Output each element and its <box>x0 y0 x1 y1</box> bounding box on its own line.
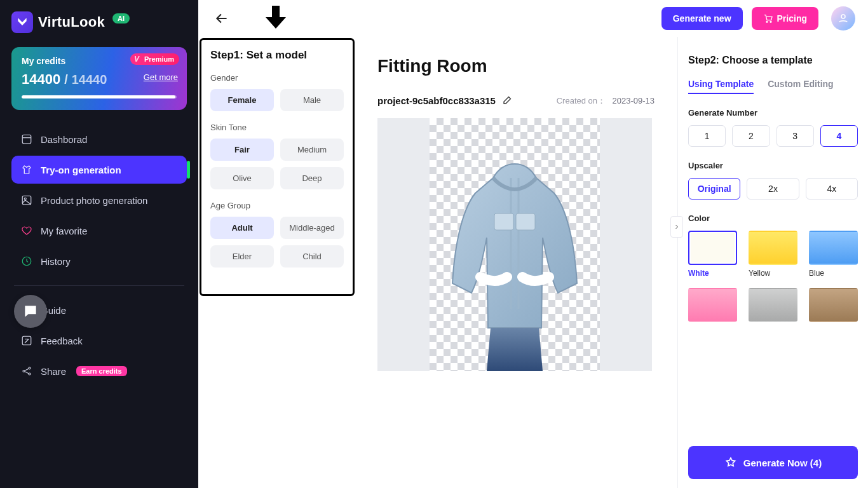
skintone-option-deep[interactable]: Deep <box>280 167 344 189</box>
color-pink[interactable] <box>688 288 737 326</box>
agegroup-option-middleaged[interactable]: Middle-aged <box>280 217 344 239</box>
sidebar-item-label: Product photo generation <box>41 195 147 206</box>
upscaler-4x[interactable]: 4x <box>806 178 858 200</box>
canvas-area: Fitting Room project-9c5abf0cc833a315 Cr… <box>355 37 677 488</box>
product-preview <box>430 118 600 371</box>
color-swatch <box>688 288 737 322</box>
sidebar-item-label: Dashborad <box>41 134 87 145</box>
sidebar-item-dashboard[interactable]: Dashborad <box>11 125 187 153</box>
step1-panel: Step1: Set a model Gender Female Male Sk… <box>200 38 355 296</box>
upscaler-2x[interactable]: 2x <box>747 178 799 200</box>
created-label: Created on： <box>557 96 606 105</box>
ai-badge: AI <box>112 13 130 24</box>
color-blue[interactable]: Blue <box>809 231 858 278</box>
gender-option-male[interactable]: Male <box>280 89 344 111</box>
created-date: 2023-09-13 <box>613 96 655 105</box>
tab-custom-editing[interactable]: Custom Editing <box>768 79 833 94</box>
color-swatch <box>688 231 737 265</box>
step2-title: Step2: Choose a template <box>688 55 858 66</box>
project-row: project-9c5abf0cc833a315 Created on： 202… <box>377 94 654 107</box>
generate-now-label: Generate Now (4) <box>743 458 822 468</box>
gender-option-female[interactable]: Female <box>210 89 274 111</box>
brand-name: VirtuLook <box>38 14 105 30</box>
svg-point-7 <box>29 367 31 369</box>
collapse-handle[interactable] <box>670 216 683 238</box>
pricing-label: Pricing <box>777 13 807 24</box>
upscaler-original[interactable]: Original <box>688 178 740 200</box>
dashboard-icon <box>20 133 33 146</box>
down-arrow-icon <box>261 2 291 35</box>
step2-panel: Step2: Choose a template Using Template … <box>677 37 868 488</box>
generate-number-options: 1 2 3 4 <box>688 125 858 147</box>
upscaler-label: Upscaler <box>688 161 858 170</box>
topbar: Generate new Pricing <box>198 0 868 37</box>
svg-rect-0 <box>22 135 31 144</box>
color-label: Color <box>688 214 858 223</box>
skintone-option-olive[interactable]: Olive <box>210 167 274 189</box>
brand: VirtuLook AI <box>11 11 187 33</box>
generate-new-label: Generate new <box>673 13 731 24</box>
sidebar-item-label: Share <box>41 366 66 377</box>
color-yellow[interactable]: Yellow <box>749 231 797 278</box>
sidebar-item-product[interactable]: Product photo generation <box>11 186 187 214</box>
nav-divider <box>14 285 184 286</box>
step2-tabs: Using Template Custom Editing <box>688 79 858 94</box>
sidebar: VirtuLook AI My credits Premium 14400 / … <box>0 0 198 488</box>
color-swatch <box>749 288 797 322</box>
canvas[interactable] <box>377 118 652 371</box>
color-swatch <box>809 288 858 322</box>
avatar[interactable] <box>831 6 855 30</box>
agegroup-options: Adult Middle-aged Elder Child <box>210 217 344 268</box>
shirt-icon <box>20 163 33 176</box>
svg-rect-12 <box>494 214 513 230</box>
skintone-label: Skin Tone <box>210 123 344 132</box>
pricing-button[interactable]: Pricing <box>752 7 818 30</box>
svg-point-2 <box>24 198 26 200</box>
sidebar-item-label: History <box>41 256 71 267</box>
sidebar-item-history[interactable]: History <box>11 247 187 275</box>
skintone-option-fair[interactable]: Fair <box>210 139 274 161</box>
get-more-link[interactable]: Get more <box>144 72 178 82</box>
svg-point-8 <box>29 373 31 375</box>
sidebar-item-favorite[interactable]: My favorite <box>11 217 187 245</box>
main: Generate new Pricing Step1: Set a model … <box>198 0 868 488</box>
color-brown[interactable] <box>809 288 858 326</box>
step1-title: Step1: Set a model <box>210 49 344 62</box>
gender-options: Female Male <box>210 89 344 111</box>
color-name: Blue <box>809 269 858 278</box>
sidebar-item-label: Feedback <box>41 336 83 346</box>
earn-credits-badge: Earn credits <box>76 366 127 376</box>
edit-icon[interactable] <box>502 94 515 107</box>
color-gray[interactable] <box>749 288 797 326</box>
generate-new-button[interactable]: Generate new <box>661 7 743 30</box>
generate-now-button[interactable]: Generate Now (4) <box>688 446 858 479</box>
created-info: Created on： 2023-09-13 <box>557 95 654 107</box>
agegroup-option-elder[interactable]: Elder <box>210 245 274 268</box>
brand-logo-icon <box>11 11 33 33</box>
color-name: Yellow <box>749 269 797 278</box>
sidebar-item-tryon[interactable]: Try-on generation <box>11 156 187 184</box>
color-white[interactable]: White <box>688 231 737 278</box>
sidebar-item-feedback[interactable]: Feedback <box>11 327 187 355</box>
agegroup-option-adult[interactable]: Adult <box>210 217 274 239</box>
project-name: project-9c5abf0cc833a315 <box>377 95 496 106</box>
feedback-icon <box>20 334 33 347</box>
credits-progress <box>22 95 177 98</box>
svg-point-10 <box>770 21 771 22</box>
gen-num-2[interactable]: 2 <box>732 125 770 147</box>
gen-num-1[interactable]: 1 <box>688 125 726 147</box>
gen-num-3[interactable]: 3 <box>776 125 814 147</box>
premium-badge[interactable]: Premium <box>130 53 179 65</box>
agegroup-option-child[interactable]: Child <box>280 245 344 268</box>
image-icon <box>20 194 33 207</box>
skintone-option-medium[interactable]: Medium <box>280 139 344 161</box>
chat-bubble-button[interactable] <box>14 295 47 328</box>
tab-using-template[interactable]: Using Template <box>688 79 754 94</box>
gen-num-4[interactable]: 4 <box>820 125 858 147</box>
credits-current: 14400 <box>22 71 60 88</box>
heart-icon <box>20 224 33 237</box>
back-button[interactable] <box>211 8 233 29</box>
page-title: Fitting Room <box>377 56 654 76</box>
share-icon <box>20 365 33 377</box>
sidebar-item-share[interactable]: Share Earn credits <box>11 357 187 385</box>
